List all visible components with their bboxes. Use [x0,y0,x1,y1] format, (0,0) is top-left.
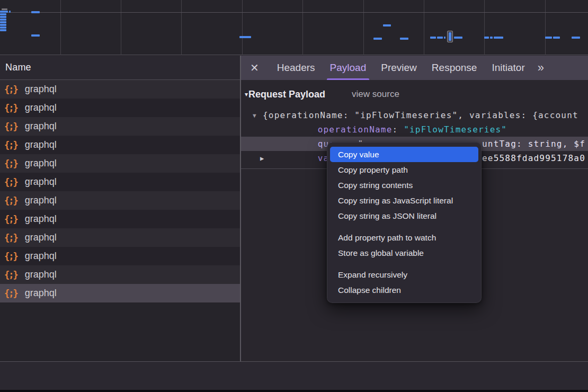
tabs-holder: HeadersPayloadPreviewResponseInitiator [270,56,532,80]
request-timing-bar [0,24,6,26]
json-braces-icon: {;} [4,251,17,262]
menu-item-copy-value[interactable]: Copy value [330,147,478,162]
request-row-graphql[interactable]: {;}graphql [0,247,240,265]
tab-initiator[interactable]: Initiator [484,56,532,80]
json-braces-icon: {;} [4,158,17,169]
tab-preview[interactable]: Preview [373,56,424,80]
query-value-right-fragment: untTag: string, $f [482,139,585,149]
request-name-label: graphql [25,176,57,188]
tab-headers[interactable]: Headers [270,56,323,80]
request-timing-bar [31,34,40,37]
request-name-label: graphql [25,102,57,113]
request-timing-bar [383,24,391,26]
request-name-label: graphql [25,158,57,169]
variables-expand-caret-icon[interactable]: ▶ [260,155,264,162]
detail-tabbar: ✕ HeadersPayloadPreviewResponseInitiator… [241,56,588,80]
menu-item-collapse-children[interactable]: Collapse children [330,282,478,298]
request-timing-bar [553,37,560,39]
close-icon[interactable]: ✕ [250,61,259,74]
section-expand-caret-icon[interactable]: ▾ [245,91,248,98]
request-timing-bar [0,21,6,23]
overview-gridline [121,0,121,55]
request-timing-bar [444,37,446,39]
request-timing-bar [0,19,6,21]
json-braces-icon: {;} [4,84,17,95]
marker-request-bar [449,32,451,41]
json-braces-icon: {;} [4,214,17,225]
request-row-graphql[interactable]: {;}graphql [0,228,240,247]
request-row-graphql[interactable]: {;}graphql [0,191,240,210]
request-name-label: graphql [25,195,57,206]
network-overview-timeline[interactable] [0,0,588,55]
request-row-graphql[interactable]: {;}graphql [0,154,240,173]
request-timing-bar [490,37,493,39]
json-braces-icon: {;} [4,195,17,206]
overview-gridline [484,0,485,55]
menu-item-copy-property-path[interactable]: Copy property path [330,162,478,177]
request-timing-bar [0,26,6,29]
json-braces-icon: {;} [4,177,17,188]
root-expand-caret-icon[interactable]: ▼ [253,112,257,119]
overview-gridline [363,0,364,55]
overview-gridline [181,0,182,55]
menu-item-copy-string-as-json-literal[interactable]: Copy string as JSON literal [330,208,478,224]
request-row-graphql[interactable]: {;}graphql [0,99,240,117]
request-name-label: graphql [25,213,57,225]
request-row-graphql[interactable]: {;}graphql [0,173,240,191]
request-row-graphql[interactable]: {;}graphql [0,117,240,136]
request-name-label: graphql [25,232,57,243]
json-braces-icon: {;} [4,140,17,150]
tab-payload[interactable]: Payload [323,56,374,80]
request-row-graphql[interactable]: {;}graphql [0,136,240,154]
request-timing-bar [0,13,6,15]
menu-item-store-as-global-variable[interactable]: Store as global variable [330,245,478,261]
menu-item-copy-string-as-javascript-literal[interactable]: Copy string as JavaScript literal [330,193,478,208]
request-timing-bar [484,37,489,39]
json-braces-icon: {;} [4,233,17,243]
overview-gridline [302,0,303,55]
tab-response[interactable]: Response [424,56,485,80]
devtools-network-panel: Name {;}graphql{;}graphql{;}graphql{;}gr… [0,0,588,392]
request-timing-bar [430,37,436,39]
json-braces-icon: {;} [4,103,17,113]
section-title: Request Payload [248,89,325,100]
request-row-graphql[interactable]: {;}graphql [0,210,240,228]
request-timing-bar [2,8,7,10]
menu-item-expand-recursively[interactable]: Expand recursively [330,267,478,282]
request-timing-bar [572,37,580,39]
request-timing-bar [9,11,11,13]
request-list: {;}graphql{;}graphql{;}graphql{;}graphql… [0,80,240,361]
context-menu: Copy valueCopy property pathCopy string … [327,142,482,303]
request-timing-bar [454,37,462,39]
request-name-label: graphql [25,251,57,262]
view-source-link[interactable]: view source [352,89,399,100]
request-name-label: graphql [25,269,57,280]
menu-item-add-property-path-to-watch[interactable]: Add property path to watch [330,230,478,245]
request-timing-bar [0,29,6,31]
overview-gridline [60,0,61,55]
operation-name-value: "ipFlowTimeseries" [404,124,507,135]
name-column-label: Name [5,62,31,73]
request-name-label: graphql [25,288,57,299]
request-timing-bar [0,11,8,13]
menu-item-copy-string-contents[interactable]: Copy string contents [330,177,478,193]
overview-gridline [424,0,424,55]
json-braces-icon: {;} [4,121,17,132]
json-braces-icon: {;} [4,270,17,280]
status-footer [0,362,588,390]
name-column-header[interactable]: Name [0,56,240,80]
overview-horizontal-gridline [0,12,588,13]
request-timing-bar [373,38,382,40]
request-timing-bar [400,38,408,40]
overview-gridline [545,0,546,55]
request-timing-bar [494,37,503,39]
request-name-label: graphql [25,139,57,150]
request-timing-bar [31,11,40,13]
request-payload-section-header[interactable]: ▾ Request Payload view source [241,87,399,101]
request-timing-bar [239,36,251,38]
request-row-graphql[interactable]: {;}graphql [0,284,240,302]
request-timing-bar [545,37,552,39]
request-row-graphql[interactable]: {;}graphql [0,265,240,284]
more-tabs-icon[interactable]: » [538,61,542,75]
request-row-graphql[interactable]: {;}graphql [0,80,240,99]
